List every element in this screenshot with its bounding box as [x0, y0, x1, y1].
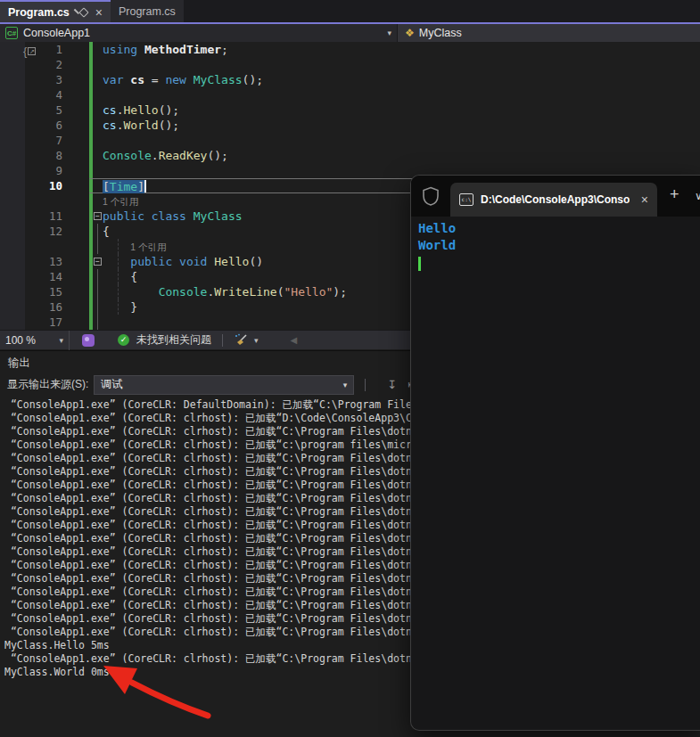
- editor-line: 4: [0, 87, 700, 102]
- outline-collapse-box[interactable]: −: [93, 254, 103, 269]
- tab-label: Program.cs: [119, 5, 176, 18]
- breakpoint-gutter[interactable]: [0, 163, 25, 178]
- output-source-label: 显示输出来源(S):: [7, 377, 88, 392]
- gutter-spacer: [66, 148, 89, 163]
- gutter-spacer: [66, 193, 89, 209]
- breakpoint-gutter[interactable]: [0, 42, 25, 57]
- gutter-spacer: [66, 315, 89, 330]
- tab-label: Program.cs: [8, 6, 70, 19]
- line-number: 13: [25, 254, 66, 269]
- gutter-spacer: [66, 224, 89, 239]
- tab-program-cs-inactive[interactable]: Program.cs: [111, 0, 184, 22]
- breakpoint-gutter[interactable]: [0, 224, 25, 239]
- code-text: [103, 57, 700, 72]
- terminal-window[interactable]: c:\ D:\Code\ConsoleApp3\Conso × + ∨ Hell…: [410, 175, 700, 731]
- zoom-dropdown[interactable]: 100 % ▾: [0, 331, 70, 350]
- breakpoint-gutter[interactable]: [0, 269, 25, 284]
- close-icon[interactable]: ×: [95, 6, 103, 19]
- breakpoint-gutter[interactable]: [0, 148, 25, 163]
- code-cleanup-button[interactable]: ▾: [234, 333, 259, 348]
- code-text: using MethodTimer;: [103, 42, 700, 57]
- divider: [222, 334, 223, 347]
- breakpoint-gutter[interactable]: [0, 284, 25, 299]
- terminal-cursor: [418, 257, 421, 271]
- chevron-down-icon: ▾: [59, 336, 63, 345]
- line-number: 14: [25, 269, 66, 284]
- scroll-left-arrow[interactable]: ◀: [291, 335, 298, 345]
- breakpoint-gutter[interactable]: [0, 178, 25, 193]
- line-number: 4: [25, 87, 66, 102]
- terminal-titlebar[interactable]: c:\ D:\Code\ConsoleApp3\Conso × + ∨: [411, 176, 700, 217]
- terminal-output-line: Hello: [418, 220, 695, 237]
- breakpoint-gutter[interactable]: [0, 254, 25, 269]
- line-number: 6: [25, 118, 66, 133]
- member-name: MyClass: [419, 27, 462, 39]
- line-number: 2: [25, 57, 66, 72]
- gutter-spacer: [66, 284, 89, 299]
- code-text: var cs = new MyClass();: [103, 72, 700, 87]
- document-health-indicator[interactable]: ✓ 未找到相关问题: [118, 332, 211, 348]
- editor-line: 8Console.ReadKey();: [0, 148, 700, 163]
- close-icon[interactable]: ×: [634, 192, 648, 207]
- collapse-minus-icon[interactable]: −: [94, 258, 102, 266]
- document-outline-icon[interactable]: { ↗: [23, 45, 36, 58]
- line-number: 12: [25, 224, 66, 239]
- editor-line: 2: [0, 57, 700, 72]
- collapse-minus-icon[interactable]: −: [94, 212, 102, 220]
- editor-line: 5cs.Hello();: [0, 102, 700, 118]
- project-name: ConsoleApp1: [23, 27, 90, 39]
- breakpoint-gutter[interactable]: [0, 118, 25, 133]
- editor-line: 3var cs = new MyClass();: [0, 72, 700, 87]
- gutter-spacer: [66, 209, 89, 224]
- gutter-spacer: [66, 239, 89, 254]
- pin-icon[interactable]: [78, 7, 88, 17]
- gutter-spacer: [66, 269, 89, 284]
- chevron-down-icon: ▾: [343, 381, 348, 389]
- line-number: 5: [25, 102, 66, 118]
- project-dropdown[interactable]: C# ConsoleApp1 ▾: [0, 24, 398, 42]
- outlining-margin: [93, 118, 103, 133]
- breakpoint-gutter[interactable]: [0, 57, 25, 72]
- breakpoint-gutter[interactable]: [0, 239, 25, 254]
- gutter-spacer: [66, 133, 89, 148]
- gutter-spacer: [66, 102, 89, 118]
- goto-message-icon[interactable]: ↧: [387, 378, 397, 391]
- member-dropdown[interactable]: ❖ MyClass: [398, 24, 700, 42]
- navigation-bar: C# ConsoleApp1 ▾ ❖ MyClass: [0, 24, 700, 42]
- breakpoint-gutter[interactable]: [0, 209, 25, 224]
- breakpoint-gutter[interactable]: [0, 193, 25, 209]
- intellicode-icon[interactable]: [82, 334, 95, 347]
- terminal-tab[interactable]: c:\ D:\Code\ConsoleApp3\Conso ×: [450, 183, 657, 217]
- output-source-dropdown[interactable]: 调试 ▾: [94, 375, 354, 395]
- editor-line: 1using MethodTimer;: [0, 42, 700, 57]
- line-number: 3: [25, 72, 66, 87]
- outlining-margin: [93, 224, 103, 239]
- breakpoint-gutter[interactable]: [0, 72, 25, 87]
- outline-collapse-box[interactable]: −: [93, 209, 103, 224]
- new-tab-icon[interactable]: +: [670, 186, 679, 202]
- gutter-spacer: [66, 118, 89, 133]
- line-number: 7: [25, 133, 66, 148]
- chevron-down-icon[interactable]: ∨: [695, 190, 700, 202]
- class-icon: ❖: [405, 27, 415, 39]
- line-number: 10: [25, 178, 66, 193]
- editor-line: 6cs.World();: [0, 118, 700, 133]
- outlining-margin: [93, 148, 103, 163]
- breakpoint-gutter[interactable]: [0, 315, 25, 330]
- code-text: [103, 133, 700, 148]
- tab-program-cs-active[interactable]: Program.cs ×: [0, 0, 111, 22]
- line-number: 8: [25, 148, 66, 163]
- check-circle-icon: ✓: [118, 334, 129, 346]
- breakpoint-gutter[interactable]: [0, 299, 25, 315]
- outlining-margin: [93, 42, 103, 57]
- text-caret: [144, 180, 146, 192]
- code-text: cs.Hello();: [103, 102, 700, 118]
- terminal-content[interactable]: HelloWorld: [411, 217, 700, 274]
- breakpoint-gutter[interactable]: [0, 133, 25, 148]
- breakpoint-gutter[interactable]: [0, 87, 25, 102]
- breakpoint-gutter[interactable]: [0, 102, 25, 118]
- gutter-spacer: [66, 254, 89, 269]
- csharp-project-icon: C#: [5, 27, 18, 39]
- outlining-margin: [93, 284, 103, 299]
- outlining-margin: [93, 163, 103, 178]
